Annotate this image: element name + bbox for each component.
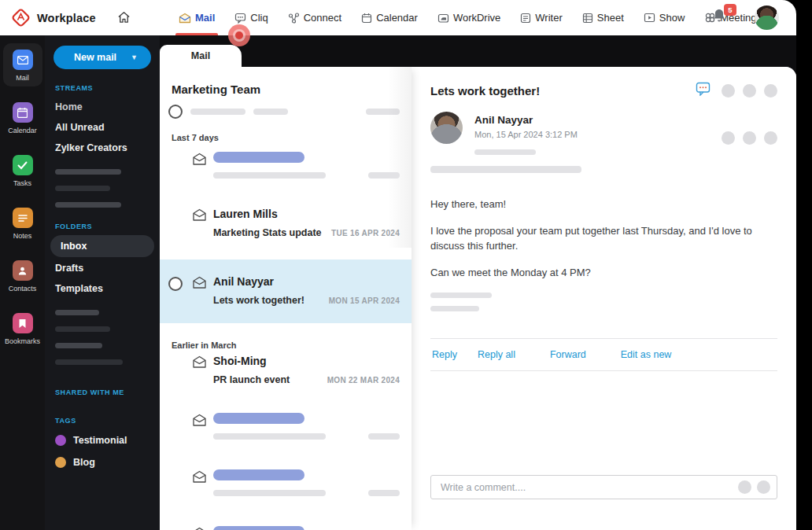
envelope-icon [192,153,207,169]
nav-label: Calendar [376,12,418,24]
email-sender: Lauren Mills [213,208,400,220]
contacts-app-icon [13,260,33,281]
skeleton-bar [55,169,121,175]
sidebar-item-inbox[interactable]: Inbox [50,235,154,257]
email-subject: PR launch event [213,374,290,385]
tasks-app-icon [13,155,33,175]
nav-writer[interactable]: Writer [520,0,562,35]
sidebar-item-all-unread[interactable]: All Unread [45,117,160,138]
workplace-brand: Workplace [11,8,96,28]
email-sender: Shoi-Ming [213,355,400,367]
rail-item-mail[interactable]: Mail [3,43,42,86]
envelope-icon [192,414,207,430]
rail-label: Contacts [9,285,37,293]
message-action-placeholder[interactable] [722,131,735,145]
message-action-placeholder[interactable] [743,131,756,145]
comments-icon[interactable] [696,82,710,99]
nav-label: Show [659,12,685,24]
email-list-item-skeleton[interactable] [160,403,412,450]
divider [430,370,777,371]
sidebar-item-drafts[interactable]: Drafts [45,258,160,278]
tag-item-blog[interactable]: Blog [45,451,160,473]
email-list-item-skeleton[interactable] [160,142,412,189]
cliq-icon [234,13,246,24]
email-subject: Lets work together! [213,295,304,306]
envelope-icon [192,276,207,293]
nav-mail[interactable]: Mail [179,0,215,35]
sidebar-item-home[interactable]: Home [45,97,160,117]
nav-show[interactable]: Show [644,0,685,35]
header-action-placeholder[interactable] [764,84,777,98]
email-date: TUE 16 APR 2024 [331,229,400,237]
skeleton-bar [55,202,121,208]
forward-link[interactable]: Forward [550,349,586,360]
nav-label: WorkDrive [453,12,500,24]
content-area: Mail Marketing Team Last 7 days [160,35,796,530]
header-action-placeholder[interactable] [743,84,756,98]
rail-label: Notes [13,232,32,240]
nav-calendar[interactable]: Calendar [361,0,418,35]
mail-list-pane: Marketing Team Last 7 days [160,67,412,530]
notifications-bell[interactable]: 5 [711,7,732,29]
tag-item-testimonial[interactable]: Testimonial [45,429,160,451]
calendar-icon [361,13,372,24]
home-icon[interactable] [116,10,131,25]
rail-item-notes[interactable]: Notes [3,201,42,245]
skeleton-bar [366,109,400,115]
select-all-radio[interactable] [168,105,183,119]
calendar-app-icon [13,102,33,123]
skeleton-bar [213,490,326,496]
sidebar-item-zylker-creators[interactable]: Zylker Creators [45,138,160,158]
rail-label: Calendar [8,127,37,134]
edit-as-new-link[interactable]: Edit as new [621,349,672,360]
chevron-down-icon[interactable]: ▼ [131,53,151,61]
email-date: MON 22 MAR 2024 [327,376,400,385]
notes-app-icon [13,208,33,228]
mail-icon [179,13,191,24]
brand-name: Workplace [37,12,96,24]
envelope-icon [192,355,207,372]
nav-label: Writer [535,12,562,24]
envelope-icon [192,470,207,487]
header-action-placeholder[interactable] [722,84,735,98]
email-list-item-anil-nayyar[interactable]: Anil Nayyar Lets work together! MON 15 A… [160,259,412,323]
email-list-item-skeleton[interactable] [160,517,412,530]
skeleton-bar [213,172,326,179]
nav-connect[interactable]: Connect [288,0,341,35]
rail-item-contacts[interactable]: Contacts [3,254,42,297]
message-action-placeholder[interactable] [764,131,777,145]
email-list-item-shoi-ming[interactable]: Shoi-Ming PR launch event MON 22 MAR 202… [160,350,412,396]
list-toolbar [168,105,400,119]
cliq-coachmark-pulse-dot[interactable] [228,24,250,46]
skeleton-bar [190,109,245,115]
nav-workdrive[interactable]: WorkDrive [437,0,500,35]
reply-link[interactable]: Reply [432,349,457,360]
reply-all-link[interactable]: Reply all [478,349,515,360]
tag-label: Blog [73,457,95,468]
new-mail-button[interactable]: New mail ▼ [54,46,151,69]
email-list-item-skeleton[interactable] [160,460,412,506]
rail-item-calendar[interactable]: Calendar [3,96,42,139]
rail-item-bookmarks[interactable]: Bookmarks [3,307,42,350]
email-select-radio[interactable] [168,277,183,291]
shared-section-label: SHARED WITH ME [55,388,149,396]
email-list-item-lauren-mills[interactable]: Lauren Mills Marketing Stats update TUE … [160,198,412,248]
user-avatar[interactable] [755,6,779,30]
envelope-icon [192,208,207,225]
skeleton-bar [474,149,536,155]
comment-action-placeholder[interactable] [738,480,751,494]
notification-badge: 5 [724,4,736,16]
reading-pane: Lets work together! Anil Nayyar M [412,67,796,530]
nav-sheet[interactable]: Sheet [582,0,624,35]
skeleton-bar [55,359,123,365]
rail-item-tasks[interactable]: Tasks [3,149,42,192]
list-section-recent: Last 7 days [172,133,412,142]
nav-label: Sheet [597,12,624,24]
email-sender: Anil Nayyar [213,275,400,288]
tab-mail[interactable]: Mail [160,45,242,67]
comment-input[interactable] [431,482,738,493]
skeleton-bar [368,172,400,179]
comment-action-placeholder[interactable] [757,480,770,494]
sidebar-item-templates[interactable]: Templates [45,278,160,299]
sender-name: Anil Nayyar [474,114,722,126]
